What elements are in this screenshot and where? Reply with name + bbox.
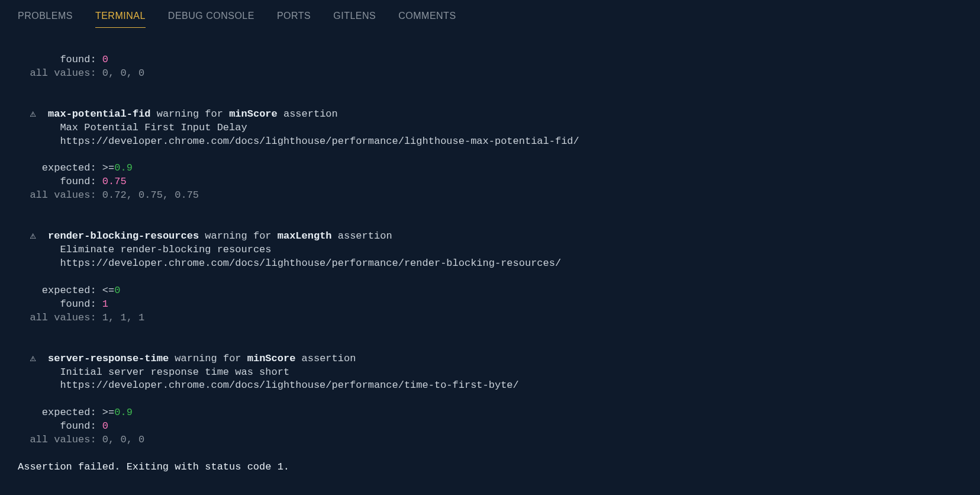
metric-name: minScore <box>229 108 278 120</box>
warning-mid: warning for <box>169 353 247 364</box>
allvalues-label: all values: <box>18 68 102 79</box>
tab-gitlens[interactable]: GITLENS <box>333 7 376 28</box>
tab-problems[interactable]: PROBLEMS <box>18 7 73 28</box>
audit-name: server-response-time <box>48 353 169 364</box>
warning-mid: warning for <box>151 108 230 120</box>
found-value: 0.75 <box>102 176 127 187</box>
allvalues-value: 0.72, 0.75, 0.75 <box>102 189 199 201</box>
warning-icon: ⚠ <box>30 230 36 242</box>
warning-icon: ⚠ <box>30 108 36 120</box>
audit-name: render-blocking-resources <box>48 230 199 242</box>
expected-op: >= <box>102 407 114 418</box>
tab-debug-console[interactable]: DEBUG CONSOLE <box>168 7 254 28</box>
found-value: 0 <box>102 54 108 65</box>
warning-icon: ⚠ <box>30 353 36 364</box>
expected-op: <= <box>102 285 114 296</box>
found-label: found: <box>18 54 102 65</box>
tab-comments[interactable]: COMMENTS <box>398 7 456 28</box>
expected-label: expected: <box>18 162 102 173</box>
expected-value: 0.9 <box>114 407 133 418</box>
expected-value: 0.9 <box>114 162 133 173</box>
panel-tabs: PROBLEMS TERMINAL DEBUG CONSOLE PORTS GI… <box>0 0 980 28</box>
assertion-footer: Assertion failed. Exiting with status co… <box>18 461 289 472</box>
audit-description: Initial server response time was short <box>60 367 289 378</box>
audit-url: https://developer.chrome.com/docs/lighth… <box>60 258 561 269</box>
tab-terminal[interactable]: TERMINAL <box>95 7 146 28</box>
allvalues-label: all values: <box>18 434 102 445</box>
expected-value: 0 <box>114 285 120 296</box>
found-label: found: <box>18 176 102 187</box>
audit-url: https://developer.chrome.com/docs/lighth… <box>60 136 579 147</box>
metric-name: minScore <box>247 353 296 364</box>
found-label: found: <box>18 420 102 432</box>
expected-label: expected: <box>18 407 102 418</box>
audit-name: max-potential-fid <box>48 108 150 120</box>
expected-label: expected: <box>18 285 102 296</box>
expected-op: >= <box>102 162 114 173</box>
metric-name: maxLength <box>278 230 332 242</box>
found-value: 0 <box>102 420 108 432</box>
found-label: found: <box>18 298 102 310</box>
warning-tail: assertion <box>278 108 338 120</box>
allvalues-label: all values: <box>18 189 102 201</box>
audit-description: Eliminate render-blocking resources <box>60 244 271 255</box>
tab-ports[interactable]: PORTS <box>277 7 311 28</box>
warning-mid: warning for <box>199 230 278 242</box>
found-value: 1 <box>102 298 108 310</box>
audit-url: https://developer.chrome.com/docs/lighth… <box>60 380 518 391</box>
allvalues-value: 1, 1, 1 <box>102 312 144 323</box>
allvalues-value: 0, 0, 0 <box>102 434 144 445</box>
allvalues-value: 0, 0, 0 <box>102 68 144 79</box>
audit-description: Max Potential First Input Delay <box>60 122 247 133</box>
warning-tail: assertion <box>332 230 392 242</box>
terminal-output[interactable]: found: 0 all values: 0, 0, 0 ⚠ max-poten… <box>0 28 980 480</box>
allvalues-label: all values: <box>18 312 102 323</box>
warning-tail: assertion <box>295 353 356 364</box>
